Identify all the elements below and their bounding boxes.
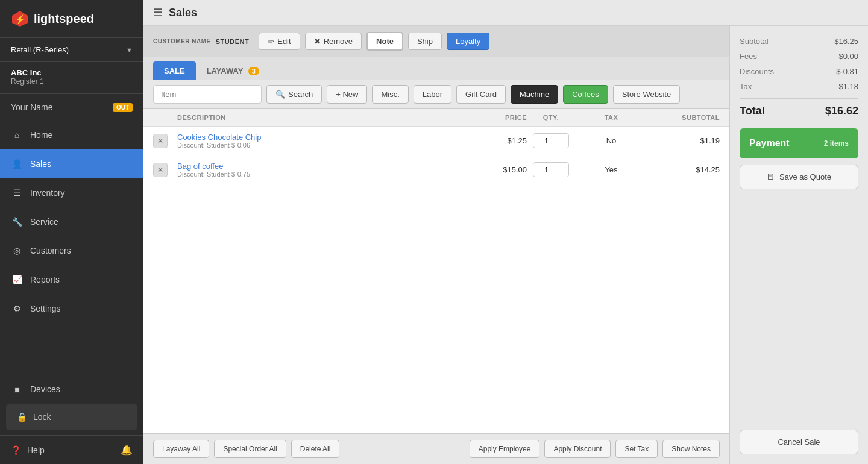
- devices-icon: ▣: [11, 383, 23, 395]
- save-quote-icon: 🖹: [767, 172, 775, 181]
- tax-row: Tax $1.18: [740, 81, 858, 92]
- user-row: Your Name OUT: [0, 93, 143, 121]
- edit-button[interactable]: ✏ Edit: [259, 33, 300, 50]
- discounts-row: Discounts $-0.81: [740, 66, 858, 77]
- register-info: ABC Inc Register 1: [0, 62, 143, 93]
- right-actions: Apply Employee Apply Discount Set Tax Sh…: [470, 440, 720, 458]
- home-icon: ⌂: [11, 129, 23, 141]
- remove-icon: ✖: [314, 37, 321, 46]
- payment-items-badge: 2 items: [824, 139, 849, 148]
- table-header: DESCRIPTION PRICE QTY. TAX SUBTOTAL: [143, 109, 729, 127]
- item-1-price: $1.25: [454, 136, 527, 145]
- main-content: ☰ Sales CUSTOMER NAME STUDENT ✏ Edit ✖ R…: [143, 0, 868, 464]
- fees-label: Fees: [740, 52, 757, 61]
- item-1-qty-input[interactable]: [533, 133, 569, 148]
- sale-area: CUSTOMER NAME STUDENT ✏ Edit ✖ Remove No…: [143, 26, 868, 464]
- discounts-value: $-0.81: [836, 67, 858, 76]
- layaway-all-button[interactable]: Layaway All: [153, 440, 209, 458]
- reports-icon: 📈: [11, 274, 23, 286]
- total-value: $16.62: [825, 105, 858, 118]
- machine-button[interactable]: Machine: [511, 85, 558, 104]
- page-title: Sales: [169, 7, 197, 19]
- item-2-subtotal: $14.25: [647, 165, 720, 174]
- sidebar-item-label: Sales: [30, 159, 51, 169]
- customer-bar: CUSTOMER NAME STUDENT ✏ Edit ✖ Remove No…: [143, 26, 729, 57]
- sidebar-item-service[interactable]: 🔧 Service: [0, 207, 143, 236]
- help-button[interactable]: ❓ Help: [11, 445, 45, 455]
- cancel-sale-button[interactable]: Cancel Sale: [740, 430, 858, 454]
- sidebar-item-settings[interactable]: ⚙ Settings: [0, 294, 143, 323]
- col-tax: TAX: [575, 114, 647, 121]
- special-order-all-button[interactable]: Special Order All: [214, 440, 286, 458]
- save-quote-label: Save as Quote: [779, 172, 831, 181]
- labor-button[interactable]: Labor: [414, 85, 451, 104]
- register-label: Register 1: [11, 77, 133, 86]
- item-1-tax: No: [575, 136, 647, 145]
- col-price: PRICE: [454, 114, 527, 121]
- sidebar-item-devices[interactable]: ▣ Devices: [0, 375, 143, 404]
- table-row: ✕ Cookies Chocolate Chip Discount: Stude…: [143, 127, 729, 155]
- delete-row-2-button[interactable]: ✕: [153, 163, 168, 177]
- sidebar-item-label: Home: [30, 130, 52, 140]
- item-2-price: $15.00: [454, 165, 527, 174]
- store-website-button[interactable]: Store Website: [613, 85, 680, 104]
- customer-name: STUDENT: [216, 38, 249, 45]
- item-2-tax: Yes: [575, 165, 647, 174]
- notification-icon: 🔔: [121, 444, 133, 456]
- fees-value: $0.00: [838, 52, 858, 61]
- user-name: Your Name: [11, 102, 53, 112]
- tabs-row: SALE LAYAWAY 3: [143, 57, 729, 80]
- col-qty: QTY.: [527, 114, 575, 121]
- set-tax-button[interactable]: Set Tax: [615, 440, 658, 458]
- new-button[interactable]: + New: [327, 85, 367, 104]
- remove-button[interactable]: ✖ Remove: [305, 33, 362, 50]
- apply-discount-button[interactable]: Apply Discount: [544, 440, 611, 458]
- note-button[interactable]: Note: [366, 32, 403, 51]
- misc-button[interactable]: Misc.: [372, 85, 408, 104]
- lock-button[interactable]: 🔒 Lock: [6, 404, 137, 430]
- svg-text:⚡: ⚡: [15, 14, 26, 25]
- sidebar-item-label: Reports: [30, 275, 60, 284]
- inventory-icon: ☰: [11, 187, 23, 199]
- payment-label: Payment: [749, 138, 790, 149]
- help-icon: ❓: [11, 445, 21, 455]
- item-1-discount: Discount: Student $-0.06: [177, 142, 454, 149]
- tab-layaway[interactable]: LAYAWAY 3: [196, 61, 270, 80]
- search-icon: 🔍: [275, 90, 285, 99]
- sidebar-item-home[interactable]: ⌂ Home: [0, 121, 143, 149]
- ship-button[interactable]: Ship: [408, 33, 442, 50]
- store-name: Retail (R-Series): [11, 45, 69, 54]
- item-1-name[interactable]: Cookies Chocolate Chip: [177, 133, 454, 142]
- delete-all-button[interactable]: Delete All: [291, 440, 340, 458]
- item-2-name[interactable]: Bag of coffee: [177, 161, 454, 171]
- tax-value: $1.18: [838, 82, 858, 91]
- giftcard-button[interactable]: Gift Card: [456, 85, 506, 104]
- left-panel: CUSTOMER NAME STUDENT ✏ Edit ✖ Remove No…: [143, 26, 729, 464]
- item-input[interactable]: [153, 85, 262, 104]
- table-row: ✕ Bag of coffee Discount: Student $-0.75…: [143, 155, 729, 184]
- coffees-button[interactable]: Coffees: [563, 85, 608, 104]
- save-as-quote-button[interactable]: 🖹 Save as Quote: [740, 165, 858, 189]
- delete-row-1-button[interactable]: ✕: [153, 134, 168, 148]
- sidebar-item-reports[interactable]: 📈 Reports: [0, 265, 143, 294]
- item-1-subtotal: $1.19: [647, 136, 720, 145]
- store-selector[interactable]: Retail (R-Series) ▼: [0, 38, 143, 62]
- service-icon: 🔧: [11, 216, 23, 228]
- search-button[interactable]: 🔍 Search: [266, 85, 322, 104]
- sidebar-item-inventory[interactable]: ☰ Inventory: [0, 178, 143, 207]
- lock-label: Lock: [33, 412, 51, 422]
- apply-employee-button[interactable]: Apply Employee: [470, 440, 540, 458]
- show-notes-button[interactable]: Show Notes: [662, 440, 720, 458]
- sidebar-item-sales[interactable]: 👤 Sales: [0, 149, 143, 178]
- item-2-discount: Discount: Student $-0.75: [177, 171, 454, 178]
- payment-button[interactable]: Payment 2 items: [740, 128, 858, 158]
- item-2-qty-input[interactable]: [533, 162, 569, 177]
- col-subtotal: SUBTOTAL: [647, 114, 720, 121]
- subtotal-label: Subtotal: [740, 37, 769, 46]
- loyalty-button[interactable]: Loyalty: [447, 33, 489, 50]
- tab-sale[interactable]: SALE: [153, 61, 196, 80]
- sidebar-item-label: Customers: [30, 246, 71, 256]
- sidebar-item-customers[interactable]: ◎ Customers: [0, 236, 143, 265]
- company-name: ABC Inc: [11, 68, 133, 77]
- customers-icon: ◎: [11, 245, 23, 257]
